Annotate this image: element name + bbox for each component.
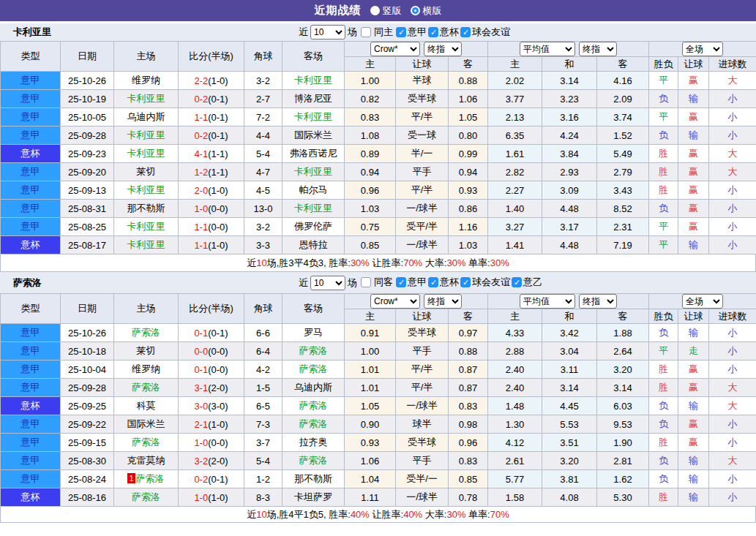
avg-draw-odds: 3.81 [542, 470, 597, 488]
match-count-select[interactable]: 10 [310, 276, 345, 290]
avg-draw-odds: 5.53 [542, 415, 597, 434]
handicap-home-odds: 0.89 [345, 145, 396, 163]
goals-result-cell: 小 [709, 108, 756, 127]
league-cell: 意甲 [1, 181, 61, 200]
league-checkbox[interactable]: 球会友谊 [460, 26, 510, 39]
scope-select[interactable]: 全场 [682, 42, 723, 56]
league-checkbox[interactable]: 意杯 [428, 26, 459, 39]
handicap-result-cell: 赢 [678, 434, 709, 452]
checkbox-icon [460, 27, 471, 37]
match-row: 意甲25-09-15萨索洛1-0(0-0)3-7拉齐奥0.93受半球0.964.… [1, 434, 756, 452]
goals-result-cell: 大 [709, 397, 756, 415]
col-odds-home: 主 [345, 309, 396, 324]
same-venue-checkbox[interactable]: 同主 [361, 26, 393, 39]
average-selectors-cell: 平均值终指 [488, 294, 649, 309]
corner-cell: 6-5 [244, 397, 282, 415]
date-cell: 25-10-19 [61, 90, 114, 108]
handicap-home-odds: 0.96 [345, 181, 396, 200]
fulltime-score: 1-1 [194, 240, 208, 251]
away-team-name: 卡利亚里 [294, 111, 332, 122]
avg-home-odds: 2.82 [488, 163, 542, 181]
league-checkbox[interactable]: 意乙 [512, 276, 542, 289]
checkbox-label: 意乙 [523, 276, 542, 289]
league-checkbox[interactable]: 意甲 [396, 26, 427, 39]
result-cell: 胜 [649, 361, 678, 379]
odds-company-select[interactable]: Crow* [370, 294, 420, 309]
fulltime-score: 1-0 [194, 492, 208, 503]
league-cell: 意甲 [1, 108, 61, 127]
average-selectors-cell: 平均值终指 [488, 42, 649, 57]
league-cell: 意杯 [1, 236, 61, 254]
handicap-result-cell: 赢 [678, 379, 709, 397]
handicap-line: 受半/一 [396, 470, 449, 488]
fulltime-score: 1-1 [194, 112, 208, 123]
average-stage-select[interactable]: 终指 [579, 42, 617, 56]
checkbox-label: 同主 [374, 26, 393, 39]
league-checkbox[interactable]: 球会友谊 [460, 276, 510, 289]
radio-horizontal-label: 横版 [423, 4, 442, 18]
col-score: 比分(半场) [179, 42, 244, 72]
away-team-name: 卡利亚里 [294, 75, 332, 86]
match-row: 意甲25-09-20莱切1-2(1-1)4-7卡利亚里0.94平手0.942.8… [1, 163, 756, 181]
league-filters: 同客意甲意杯球会友谊意乙 [359, 276, 542, 290]
match-count-select[interactable]: 10 [310, 25, 345, 39]
col-type: 类型 [1, 294, 61, 324]
result-cell: 胜 [649, 181, 678, 200]
score-cell: 0-1(0-0) [179, 361, 244, 379]
corner-cell: 3-2 [244, 218, 282, 236]
halftime-score: (0-0) [208, 364, 228, 375]
result-cell: 负 [649, 470, 678, 488]
match-row: 意甲25-10-26维罗纳2-2(1-0)3-2卡利亚里1.00半球0.882.… [1, 72, 756, 90]
fulltime-score: 0-2 [194, 474, 208, 485]
league-cell: 意甲 [1, 127, 61, 145]
average-select[interactable]: 平均值 [520, 42, 575, 56]
match-row: 意甲25-08-31那不勒斯1-0(0-0)13-0卡利亚里1.03一/球半0.… [1, 200, 756, 218]
home-team-cell: 卡利亚里 [114, 236, 179, 254]
away-team-name: 弗洛西诺尼 [290, 148, 337, 159]
average-stage-select[interactable]: 终指 [579, 294, 617, 309]
match-row: 意甲25-09-28萨索洛3-1(2-0)1-5乌迪内斯1.01平/半0.872… [1, 379, 756, 397]
home-team-name: 卡利亚里 [127, 148, 165, 159]
result-cell: 负 [649, 415, 678, 434]
result-cell: 平 [649, 72, 678, 90]
section-header: 卡利亚里 近 10 场 同主意甲意杯球会友谊 [0, 23, 756, 41]
checkbox-label: 意甲 [408, 276, 427, 289]
handicap-result-cell: 输 [678, 488, 709, 507]
scope-select[interactable]: 全场 [682, 294, 723, 309]
match-row: 意甲25-08-30克雷莫纳3-2(2-0)5-4萨索洛1.06平手0.832.… [1, 452, 756, 470]
handicap-home-odds: 1.08 [345, 127, 396, 145]
avg-draw-odds: 3.17 [542, 218, 597, 236]
avg-away-odds: 7.19 [597, 236, 649, 254]
handicap-line: 一/球半 [396, 488, 449, 507]
handicap-line: 平手 [396, 342, 449, 361]
date-cell: 25-09-20 [61, 163, 114, 181]
home-team-name: 莱切 [137, 166, 156, 177]
average-select[interactable]: 平均值 [520, 294, 575, 309]
red-card-badge: 1 [127, 473, 135, 483]
avg-draw-odds: 3.14 [542, 72, 597, 90]
league-checkbox[interactable]: 意甲 [396, 276, 427, 289]
odds-stage-select[interactable]: 终指 [424, 42, 462, 56]
radio-vertical-layout[interactable]: 竖版 [370, 4, 402, 18]
home-team-name: 卡利亚里 [127, 221, 165, 232]
away-team-cell: 乌迪内斯 [282, 379, 345, 397]
same-venue-checkbox[interactable]: 同客 [361, 276, 393, 289]
halftime-score: (1-0) [208, 185, 228, 196]
date-cell: 25-09-23 [61, 145, 114, 163]
halftime-score: (1-0) [208, 492, 228, 503]
odds-stage-select[interactable]: 终指 [424, 294, 462, 309]
col-odds-handicap: 让球 [396, 57, 449, 72]
halftime-score: (0-0) [208, 437, 228, 448]
handicap-line: 一/球半 [396, 397, 449, 415]
league-checkbox[interactable]: 意杯 [428, 276, 459, 289]
avg-home-odds: 6.35 [488, 127, 542, 145]
odds-company-select[interactable]: Crow* [370, 42, 420, 56]
corner-cell: 3-2 [244, 72, 282, 90]
corner-cell: 1-5 [244, 379, 282, 397]
league-cell: 意甲 [1, 415, 61, 434]
col-goals: 进球数 [709, 57, 756, 72]
radio-horizontal-layout[interactable]: 横版 [411, 4, 442, 18]
avg-away-odds: 5.49 [597, 145, 649, 163]
handicap-away-odds: 0.83 [449, 452, 488, 470]
checkbox-icon [361, 27, 371, 37]
